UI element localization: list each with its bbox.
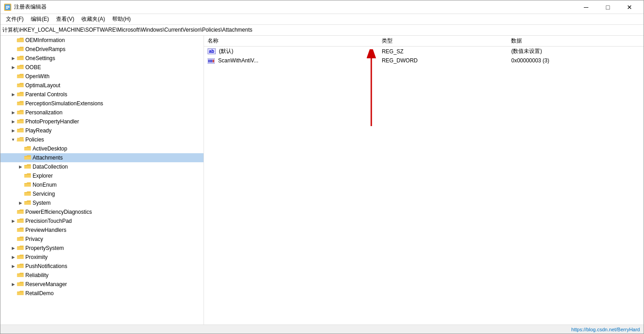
folder-icon: [17, 127, 24, 134]
row-type: REG_DWORD: [378, 56, 507, 65]
folder-icon: [17, 290, 24, 296]
folder-icon: [17, 109, 24, 116]
expander-arrow[interactable]: ▶: [9, 109, 17, 116]
dword-reg-icon: [208, 58, 215, 64]
folder-icon: [24, 155, 31, 161]
tree-label: Reliability: [25, 272, 48, 278]
expander: [9, 235, 17, 243]
expander-arrow-down[interactable]: ▼: [9, 136, 17, 143]
breadcrumb-path: 计算机\HKEY_LOCAL_MACHINE\SOFTWARE\Microsof…: [2, 26, 252, 34]
tree-item-explorer[interactable]: Explorer: [0, 171, 204, 180]
expander: [9, 37, 17, 44]
menu-view[interactable]: 查看(V): [52, 14, 78, 24]
expander-arrow[interactable]: ▶: [9, 217, 17, 225]
tree-panel: OEMInformation OneDriveRamps ▶: [0, 36, 204, 325]
expander-arrow[interactable]: ▶: [9, 281, 17, 288]
right-panel: 名称 类型 数据 ab (默认) REG_SZ (数值未设置): [204, 36, 644, 325]
tree-scroll[interactable]: OEMInformation OneDriveRamps ▶: [0, 36, 204, 325]
tree-item-openwith[interactable]: OpenWith: [0, 72, 204, 81]
folder-icon: [17, 218, 24, 224]
expander-arrow[interactable]: ▶: [9, 91, 17, 98]
tree-item-oobe[interactable]: ▶ OOBE: [0, 63, 204, 72]
tree-label: RetailDemo: [25, 290, 54, 296]
tree-item-nonenum[interactable]: NonEnum: [0, 180, 204, 189]
tree-item-onesettings[interactable]: ▶ OneSettings: [0, 54, 204, 63]
tree-item-activedesktop[interactable]: ActiveDesktop: [0, 144, 204, 153]
menu-edit[interactable]: 编辑(E): [27, 14, 52, 24]
expander: [9, 46, 17, 53]
tree-item-reservemanager[interactable]: ▶ ReserveManager: [0, 280, 204, 289]
ab-icon: ab: [208, 48, 216, 54]
table-row[interactable]: ScanWithAntiV... REG_DWORD 0x00000003 (3…: [204, 56, 644, 65]
tree-label: OOBE: [25, 64, 41, 71]
tree-item-reliability[interactable]: Reliability: [0, 271, 204, 280]
tree-label: Explorer: [33, 173, 53, 179]
tree-item-onedriveramps[interactable]: OneDriveRamps: [0, 45, 204, 54]
tree-item-servicing[interactable]: Servicing: [0, 189, 204, 198]
folder-icon: [17, 272, 24, 278]
folder-icon: [17, 118, 24, 125]
registry-table: 名称 类型 数据 ab (默认) REG_SZ (数值未设置): [204, 36, 644, 65]
expander-arrow[interactable]: ▶: [9, 55, 17, 62]
expander-arrow[interactable]: ▶: [9, 245, 17, 252]
folder-icon: [17, 91, 24, 98]
expander: [9, 82, 17, 89]
close-button[interactable]: ✕: [619, 0, 640, 14]
tree-item-previewhandlers[interactable]: PreviewHandlers: [0, 226, 204, 235]
registry-editor-window: 注册表编辑器 ─ □ ✕ 文件(F) 编辑(E) 查看(V) 收藏夹(A) 帮助…: [0, 0, 644, 334]
expander-arrow[interactable]: ▶: [9, 64, 17, 71]
tree-item-datacollection[interactable]: ▶ DataCollection: [0, 162, 204, 171]
expander-arrow[interactable]: ▶: [17, 163, 24, 170]
tree-item-playready[interactable]: ▶ PlayReady: [0, 126, 204, 135]
main-content: OEMInformation OneDriveRamps ▶: [0, 36, 644, 325]
svg-rect-5: [208, 60, 209, 62]
expander-arrow[interactable]: ▶: [9, 118, 17, 125]
minimize-button[interactable]: ─: [576, 0, 597, 14]
svg-rect-2: [6, 7, 9, 8]
menu-file[interactable]: 文件(F): [2, 14, 27, 24]
row-name: ScanWithAntiV...: [204, 56, 378, 65]
expander-arrow[interactable]: ▶: [9, 254, 17, 261]
app-icon: [4, 4, 11, 11]
folder-icon: [17, 73, 24, 80]
folder-icon: [24, 146, 31, 152]
tree-item-attachments[interactable]: Attachments: [0, 153, 204, 162]
expander: [9, 226, 17, 234]
folder-open-icon: [17, 136, 24, 143]
tree-label: ActiveDesktop: [33, 146, 67, 152]
tree-item-proximity[interactable]: ▶ Proximity: [0, 253, 204, 262]
menu-help[interactable]: 帮助(H): [109, 14, 134, 24]
folder-icon: [24, 200, 31, 206]
tree-item-precisiontouchpad[interactable]: ▶ PrecisionTouchPad: [0, 216, 204, 226]
tree-item-perceptionsimulation[interactable]: PerceptionSimulationExtensions: [0, 99, 204, 108]
tree-label: Proximity: [25, 254, 47, 260]
expander-arrow[interactable]: ▶: [9, 127, 17, 134]
tree-item-privacy[interactable]: Privacy: [0, 235, 204, 244]
maximize-button[interactable]: □: [597, 0, 618, 14]
tree-item-propertysystem[interactable]: ▶ PropertySystem: [0, 244, 204, 253]
tree-item-retaildemo[interactable]: RetailDemo: [0, 289, 204, 298]
tree-item-system[interactable]: ▶ System: [0, 198, 204, 207]
tree-item-optimallayout[interactable]: OptimalLayout: [0, 81, 204, 90]
tree-item-oeminformation[interactable]: OEMInformation: [0, 36, 204, 45]
tree-label: PerceptionSimulationExtensions: [25, 100, 103, 107]
tree-item-photopropertyhandler[interactable]: ▶ PhotoPropertyHandler: [0, 117, 204, 126]
menu-favorites[interactable]: 收藏夹(A): [78, 14, 109, 24]
window-title: 注册表编辑器: [14, 3, 47, 11]
tree-item-pushnotifications[interactable]: ▶ PushNotifications: [0, 262, 204, 271]
tree-item-personalization[interactable]: ▶ Personalization: [0, 108, 204, 117]
expander: [17, 190, 24, 198]
folder-icon: [17, 209, 24, 215]
tree-label: OneDriveRamps: [25, 46, 66, 52]
expander-arrow[interactable]: ▶: [9, 263, 17, 270]
tree-item-policies[interactable]: ▼ Policies: [0, 135, 204, 144]
tree-item-parentalcontrols[interactable]: ▶ Parental Controls: [0, 90, 204, 99]
row-type: REG_SZ: [378, 47, 507, 56]
folder-icon: [17, 227, 24, 233]
svg-rect-6: [210, 60, 211, 62]
tree-item-powerefficiency[interactable]: PowerEfficiencyDiagnostics: [0, 207, 204, 216]
tree-label: OptimalLayout: [25, 82, 60, 89]
expander-arrow[interactable]: ▶: [17, 199, 24, 207]
table-row[interactable]: ab (默认) REG_SZ (数值未设置): [204, 47, 644, 56]
status-url: https://blog.csdn.net/BerryHard: [571, 327, 640, 332]
